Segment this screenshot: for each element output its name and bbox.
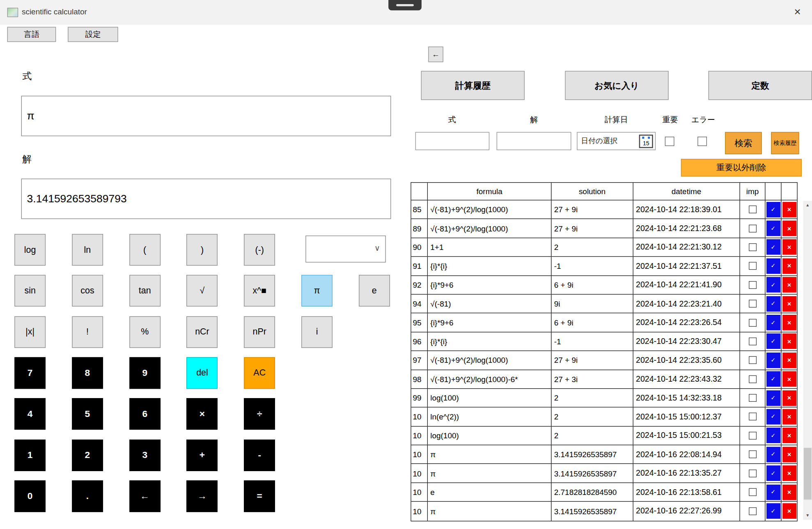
row-important-checkbox[interactable] — [748, 337, 756, 345]
key-sin[interactable]: sin — [14, 275, 46, 307]
row-important-checkbox[interactable] — [748, 413, 756, 421]
row-check-button[interactable]: ✓ — [766, 484, 780, 500]
key-equals[interactable]: = — [244, 480, 275, 512]
scrollbar-thumb[interactable] — [804, 448, 812, 499]
key-5[interactable]: 5 — [72, 398, 103, 430]
constants-tab[interactable]: 定数 — [709, 71, 812, 100]
row-check-button[interactable]: ✓ — [766, 409, 780, 425]
key-npr[interactable]: nPr — [244, 316, 275, 348]
settings-button[interactable]: 設定 — [68, 27, 118, 42]
key-log[interactable]: log — [14, 234, 46, 266]
row-check-button[interactable]: ✓ — [766, 353, 780, 368]
key-4[interactable]: 4 — [14, 398, 46, 430]
window-snap-handle[interactable] — [388, 0, 422, 10]
error-filter-checkbox[interactable] — [697, 137, 707, 146]
key-divide[interactable]: ÷ — [244, 398, 275, 430]
row-delete-button[interactable]: × — [782, 465, 796, 481]
row-delete-button[interactable]: × — [782, 296, 796, 311]
row-delete-button[interactable]: × — [782, 353, 796, 368]
row-important-checkbox[interactable] — [748, 356, 756, 364]
key-paren-close[interactable]: ) — [187, 234, 218, 266]
row-check-button[interactable]: ✓ — [766, 465, 780, 481]
back-button[interactable]: ← — [428, 47, 443, 62]
angle-mode-select[interactable]: ∨ — [305, 236, 386, 263]
row-check-button[interactable]: ✓ — [766, 371, 780, 387]
row-important-checkbox[interactable] — [748, 224, 756, 232]
row-delete-button[interactable]: × — [782, 202, 796, 218]
row-check-button[interactable]: ✓ — [766, 504, 780, 519]
key-paren-open[interactable]: ( — [129, 234, 161, 266]
search-history-button[interactable]: 検索履歴 — [771, 132, 799, 154]
key-6[interactable]: 6 — [129, 398, 161, 430]
row-check-button[interactable]: ✓ — [766, 390, 780, 406]
row-important-checkbox[interactable] — [748, 318, 756, 326]
row-check-button[interactable]: ✓ — [766, 239, 780, 255]
row-check-button[interactable]: ✓ — [766, 220, 780, 236]
key-power[interactable]: x^■ — [244, 275, 275, 307]
row-check-button[interactable]: ✓ — [766, 447, 780, 462]
row-delete-button[interactable]: × — [782, 220, 796, 236]
row-important-checkbox[interactable] — [748, 488, 756, 496]
row-delete-button[interactable]: × — [782, 484, 796, 500]
date-picker[interactable]: 日付の選択 15 — [577, 132, 656, 150]
key-tan[interactable]: tan — [129, 275, 161, 307]
key-ln[interactable]: ln — [72, 234, 103, 266]
language-button[interactable]: 言語 — [7, 27, 56, 42]
key-cos[interactable]: cos — [72, 275, 103, 307]
key-del[interactable]: del — [187, 357, 218, 389]
key-pi[interactable]: π — [301, 275, 333, 307]
row-check-button[interactable]: ✓ — [766, 334, 780, 349]
row-delete-button[interactable]: × — [782, 504, 796, 519]
row-delete-button[interactable]: × — [782, 371, 796, 387]
key-3[interactable]: 3 — [129, 439, 161, 471]
key-7[interactable]: 7 — [14, 357, 46, 389]
key-plus[interactable]: + — [187, 439, 218, 471]
formula-input[interactable] — [21, 96, 391, 136]
key-9[interactable]: 9 — [129, 357, 161, 389]
key-2[interactable]: 2 — [72, 439, 103, 471]
scroll-up-button[interactable]: ▲ — [803, 201, 812, 209]
important-filter-checkbox[interactable] — [665, 137, 674, 146]
key-ncr[interactable]: nCr — [187, 316, 218, 348]
scrollbar-track[interactable] — [803, 210, 812, 511]
row-delete-button[interactable]: × — [782, 428, 796, 443]
row-delete-button[interactable]: × — [782, 390, 796, 406]
key-minus[interactable]: - — [244, 439, 275, 471]
row-check-button[interactable]: ✓ — [766, 258, 780, 274]
row-delete-button[interactable]: × — [782, 334, 796, 349]
search-button[interactable]: 検索 — [725, 132, 762, 154]
row-important-checkbox[interactable] — [748, 281, 756, 289]
row-check-button[interactable]: ✓ — [766, 315, 780, 330]
row-delete-button[interactable]: × — [782, 258, 796, 274]
key-e[interactable]: e — [359, 275, 390, 307]
row-important-checkbox[interactable] — [748, 300, 756, 308]
row-check-button[interactable]: ✓ — [766, 428, 780, 443]
row-delete-button[interactable]: × — [782, 239, 796, 255]
close-button[interactable]: × — [787, 3, 807, 21]
scroll-down-button[interactable]: ▼ — [803, 511, 812, 520]
calc-history-tab[interactable]: 計算履歴 — [421, 71, 525, 100]
key-multiply[interactable]: × — [187, 398, 218, 430]
key-factorial[interactable]: ! — [72, 316, 103, 348]
row-important-checkbox[interactable] — [748, 507, 756, 515]
key-1[interactable]: 1 — [14, 439, 46, 471]
row-important-checkbox[interactable] — [748, 262, 756, 270]
favorites-tab[interactable]: お気に入り — [565, 71, 668, 100]
row-delete-button[interactable]: × — [782, 315, 796, 330]
row-delete-button[interactable]: × — [782, 447, 796, 462]
row-important-checkbox[interactable] — [748, 432, 756, 440]
row-delete-button[interactable]: × — [782, 277, 796, 293]
key-cursor-left[interactable]: ← — [129, 480, 161, 512]
key-negate[interactable]: (-) — [244, 234, 275, 266]
search-formula-input[interactable] — [415, 132, 489, 150]
row-check-button[interactable]: ✓ — [766, 202, 780, 218]
row-delete-button[interactable]: × — [782, 409, 796, 425]
key-8[interactable]: 8 — [72, 357, 103, 389]
solution-input[interactable] — [21, 179, 391, 219]
row-important-checkbox[interactable] — [748, 206, 756, 213]
key-i[interactable]: i — [301, 316, 333, 348]
delete-non-important-button[interactable]: 重要以外削除 — [681, 159, 802, 176]
row-check-button[interactable]: ✓ — [766, 296, 780, 311]
key-abs[interactable]: |x| — [14, 316, 46, 348]
key-cursor-right[interactable]: → — [187, 480, 218, 512]
